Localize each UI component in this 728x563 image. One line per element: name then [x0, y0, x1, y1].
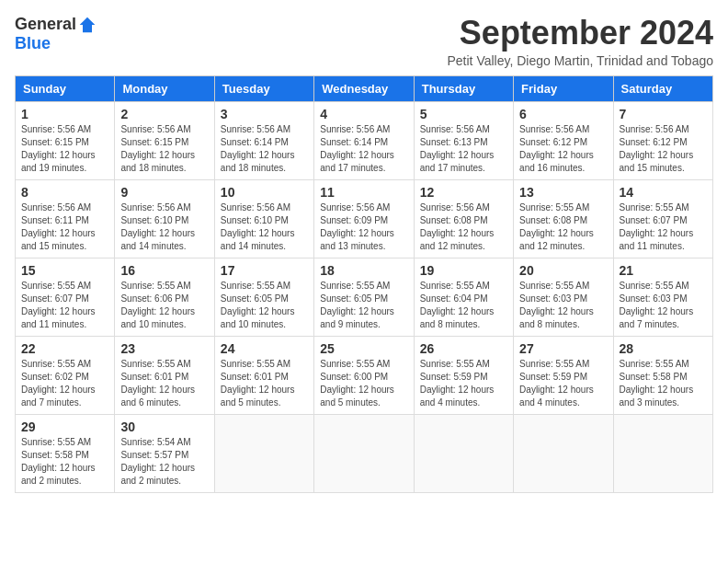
- calendar-week-row: 1Sunrise: 5:56 AM Sunset: 6:15 PM Daylig…: [16, 101, 713, 179]
- table-row: 8Sunrise: 5:56 AM Sunset: 6:11 PM Daylig…: [16, 179, 115, 258]
- day-number: 19: [420, 263, 507, 278]
- day-number: 20: [519, 263, 607, 278]
- table-row: 22Sunrise: 5:55 AM Sunset: 6:02 PM Dayli…: [16, 336, 115, 414]
- table-row: 18Sunrise: 5:55 AM Sunset: 6:05 PM Dayli…: [314, 258, 414, 336]
- day-info: Sunrise: 5:56 AM Sunset: 6:15 PM Dayligh…: [21, 123, 108, 175]
- header-tuesday: Tuesday: [214, 75, 313, 101]
- day-number: 22: [21, 341, 108, 356]
- day-info: Sunrise: 5:55 AM Sunset: 6:06 PM Dayligh…: [120, 280, 208, 331]
- table-row: 4Sunrise: 5:56 AM Sunset: 6:14 PM Daylig…: [314, 101, 414, 179]
- day-info: Sunrise: 5:55 AM Sunset: 6:05 PM Dayligh…: [320, 280, 407, 331]
- day-number: 6: [519, 107, 607, 121]
- day-number: 12: [420, 185, 507, 200]
- table-row: 23Sunrise: 5:55 AM Sunset: 6:01 PM Dayli…: [115, 336, 214, 414]
- header-thursday: Thursday: [414, 75, 513, 101]
- table-row: 19Sunrise: 5:55 AM Sunset: 6:04 PM Dayli…: [414, 258, 513, 336]
- day-info: Sunrise: 5:55 AM Sunset: 5:59 PM Dayligh…: [519, 358, 607, 409]
- day-number: 3: [221, 107, 308, 121]
- day-info: Sunrise: 5:55 AM Sunset: 5:58 PM Dayligh…: [21, 436, 108, 488]
- table-row: 25Sunrise: 5:55 AM Sunset: 6:00 PM Dayli…: [314, 336, 414, 414]
- table-row: 14Sunrise: 5:55 AM Sunset: 6:07 PM Dayli…: [613, 179, 712, 258]
- logo-blue: Blue: [15, 34, 51, 53]
- logo-icon: [78, 16, 97, 34]
- weekday-header-row: Sunday Monday Tuesday Wednesday Thursday…: [16, 75, 713, 101]
- table-row: 29Sunrise: 5:55 AM Sunset: 5:58 PM Dayli…: [16, 414, 115, 492]
- day-number: 28: [620, 341, 707, 356]
- day-number: 23: [120, 341, 208, 356]
- table-row: [514, 414, 613, 492]
- day-info: Sunrise: 5:55 AM Sunset: 6:07 PM Dayligh…: [620, 201, 707, 253]
- header-sunday: Sunday: [16, 75, 115, 101]
- table-row: 2Sunrise: 5:56 AM Sunset: 6:15 PM Daylig…: [115, 101, 214, 179]
- day-number: 27: [519, 341, 607, 356]
- table-row: [314, 414, 414, 492]
- day-number: 2: [120, 107, 208, 121]
- day-number: 29: [21, 419, 108, 434]
- table-row: 24Sunrise: 5:55 AM Sunset: 6:01 PM Dayli…: [214, 336, 313, 414]
- day-info: Sunrise: 5:56 AM Sunset: 6:12 PM Dayligh…: [519, 123, 607, 175]
- title-section: September 2024 Petit Valley, Diego Marti…: [447, 15, 713, 68]
- header-monday: Monday: [115, 75, 214, 101]
- day-info: Sunrise: 5:56 AM Sunset: 6:14 PM Dayligh…: [221, 123, 308, 175]
- day-info: Sunrise: 5:55 AM Sunset: 6:04 PM Dayligh…: [420, 280, 507, 331]
- day-info: Sunrise: 5:55 AM Sunset: 5:59 PM Dayligh…: [420, 358, 507, 409]
- table-row: [613, 414, 712, 492]
- logo-general: General: [15, 15, 76, 34]
- day-info: Sunrise: 5:56 AM Sunset: 6:11 PM Dayligh…: [21, 201, 108, 253]
- table-row: 28Sunrise: 5:55 AM Sunset: 5:58 PM Dayli…: [613, 336, 712, 414]
- day-number: 26: [420, 341, 507, 356]
- table-row: 3Sunrise: 5:56 AM Sunset: 6:14 PM Daylig…: [214, 101, 313, 179]
- day-info: Sunrise: 5:55 AM Sunset: 6:05 PM Dayligh…: [221, 280, 308, 331]
- day-info: Sunrise: 5:55 AM Sunset: 6:02 PM Dayligh…: [21, 358, 108, 409]
- table-row: 7Sunrise: 5:56 AM Sunset: 6:12 PM Daylig…: [613, 101, 712, 179]
- table-row: 12Sunrise: 5:56 AM Sunset: 6:08 PM Dayli…: [414, 179, 513, 258]
- day-number: 21: [620, 263, 707, 278]
- day-info: Sunrise: 5:54 AM Sunset: 5:57 PM Dayligh…: [120, 436, 208, 488]
- calendar-table: Sunday Monday Tuesday Wednesday Thursday…: [15, 75, 713, 493]
- table-row: 30Sunrise: 5:54 AM Sunset: 5:57 PM Dayli…: [115, 414, 214, 492]
- day-number: 1: [21, 107, 108, 121]
- day-info: Sunrise: 5:55 AM Sunset: 6:01 PM Dayligh…: [221, 358, 308, 409]
- table-row: [214, 414, 313, 492]
- calendar-week-row: 22Sunrise: 5:55 AM Sunset: 6:02 PM Dayli…: [16, 336, 713, 414]
- day-number: 18: [320, 263, 407, 278]
- day-number: 17: [221, 263, 308, 278]
- day-info: Sunrise: 5:55 AM Sunset: 6:01 PM Dayligh…: [120, 358, 208, 409]
- day-number: 25: [320, 341, 407, 356]
- table-row: 15Sunrise: 5:55 AM Sunset: 6:07 PM Dayli…: [16, 258, 115, 336]
- day-info: Sunrise: 5:56 AM Sunset: 6:13 PM Dayligh…: [420, 123, 507, 175]
- table-row: 17Sunrise: 5:55 AM Sunset: 6:05 PM Dayli…: [214, 258, 313, 336]
- day-info: Sunrise: 5:56 AM Sunset: 6:10 PM Dayligh…: [221, 201, 308, 253]
- day-number: 15: [21, 263, 108, 278]
- day-number: 4: [320, 107, 407, 121]
- table-row: 16Sunrise: 5:55 AM Sunset: 6:06 PM Dayli…: [115, 258, 214, 336]
- day-info: Sunrise: 5:56 AM Sunset: 6:10 PM Dayligh…: [120, 201, 208, 253]
- day-number: 11: [320, 185, 407, 200]
- day-number: 14: [620, 185, 707, 200]
- table-row: 1Sunrise: 5:56 AM Sunset: 6:15 PM Daylig…: [16, 101, 115, 179]
- day-info: Sunrise: 5:56 AM Sunset: 6:09 PM Dayligh…: [320, 201, 407, 253]
- table-row: [414, 414, 513, 492]
- table-row: 5Sunrise: 5:56 AM Sunset: 6:13 PM Daylig…: [414, 101, 513, 179]
- month-title: September 2024: [447, 15, 713, 52]
- day-info: Sunrise: 5:55 AM Sunset: 6:03 PM Dayligh…: [519, 280, 607, 331]
- day-number: 9: [120, 185, 208, 200]
- day-number: 30: [120, 419, 208, 434]
- table-row: 6Sunrise: 5:56 AM Sunset: 6:12 PM Daylig…: [514, 101, 613, 179]
- day-number: 5: [420, 107, 507, 121]
- calendar-week-row: 8Sunrise: 5:56 AM Sunset: 6:11 PM Daylig…: [16, 179, 713, 258]
- day-info: Sunrise: 5:55 AM Sunset: 6:08 PM Dayligh…: [519, 201, 607, 253]
- day-info: Sunrise: 5:56 AM Sunset: 6:14 PM Dayligh…: [320, 123, 407, 175]
- day-info: Sunrise: 5:56 AM Sunset: 6:08 PM Dayligh…: [420, 201, 507, 253]
- day-number: 8: [21, 185, 108, 200]
- day-number: 7: [620, 107, 707, 121]
- calendar-week-row: 15Sunrise: 5:55 AM Sunset: 6:07 PM Dayli…: [16, 258, 713, 336]
- header-saturday: Saturday: [613, 75, 712, 101]
- day-info: Sunrise: 5:55 AM Sunset: 6:03 PM Dayligh…: [620, 280, 707, 331]
- day-info: Sunrise: 5:55 AM Sunset: 6:07 PM Dayligh…: [21, 280, 108, 331]
- table-row: 10Sunrise: 5:56 AM Sunset: 6:10 PM Dayli…: [214, 179, 313, 258]
- day-number: 10: [221, 185, 308, 200]
- day-info: Sunrise: 5:56 AM Sunset: 6:12 PM Dayligh…: [620, 123, 707, 175]
- page-header: General Blue September 2024 Petit Valley…: [15, 15, 713, 68]
- day-info: Sunrise: 5:56 AM Sunset: 6:15 PM Dayligh…: [120, 123, 208, 175]
